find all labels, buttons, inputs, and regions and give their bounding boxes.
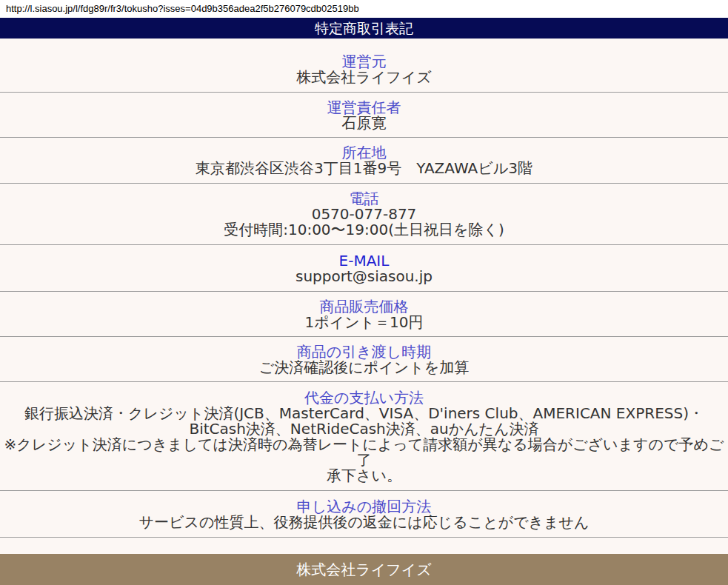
row-value-payment-methods-2: BitCash決済、NetRideCash決済、auかんたん決済 bbox=[3, 421, 725, 437]
empty-row bbox=[0, 538, 728, 554]
table-row: 商品販売価格 1ポイント＝10円 bbox=[0, 292, 728, 337]
row-value: 1ポイント＝10円 bbox=[3, 315, 725, 330]
row-value: サービスの性質上、役務提供後の返金には応じることができません bbox=[3, 515, 725, 530]
table-row: 電話 0570-077-877 受付時間:10:00〜19:00(土日祝日を除く… bbox=[0, 184, 728, 245]
row-value: 株式会社ライフイズ bbox=[3, 70, 725, 85]
row-value-phone-number: 0570-077-877 bbox=[3, 207, 725, 222]
row-value-email-address: support@siasou.jp bbox=[3, 269, 725, 284]
table-row: 代金の支払い方法 銀行振込決済・クレジット決済(JCB、MasterCard、V… bbox=[0, 382, 728, 491]
page-url: http://l.siasou.jp/l/fdg89r/fr3/tokusho?… bbox=[0, 0, 728, 18]
row-value-payment-methods-1: 銀行振込決済・クレジット決済(JCB、MasterCard、VISA、D'ine… bbox=[3, 406, 725, 421]
row-label-payment: 代金の支払い方法 bbox=[3, 390, 725, 406]
table-row: 商品の引き渡し時期 ご決済確認後にポイントを加算 bbox=[0, 337, 728, 382]
row-value-payment-note-2: 承下さい。 bbox=[3, 468, 725, 484]
row-value: ご決済確認後にポイントを加算 bbox=[3, 360, 725, 375]
table-row: 申し込みの撤回方法 サービスの性質上、役務提供後の返金には応じることができません bbox=[0, 491, 728, 538]
footer-company-name: 株式会社ライフイズ bbox=[296, 561, 431, 578]
page-title: 特定商取引表記 bbox=[0, 18, 728, 39]
row-label-price: 商品販売価格 bbox=[3, 299, 725, 315]
row-label-address: 所在地 bbox=[3, 145, 725, 161]
row-label-cancellation: 申し込みの撤回方法 bbox=[3, 499, 725, 515]
table-row: 所在地 東京都渋谷区渋谷3丁目1番9号 YAZAWAビル3階 bbox=[0, 138, 728, 184]
table-row: 運営責任者 石原寛 bbox=[0, 93, 728, 138]
table-row: E-MAIL support@siasou.jp bbox=[0, 245, 728, 292]
row-label-email: E-MAIL bbox=[3, 253, 725, 269]
row-label-delivery: 商品の引き渡し時期 bbox=[3, 344, 725, 360]
row-value-phone-hours: 受付時間:10:00〜19:00(土日祝日を除く) bbox=[3, 222, 725, 238]
row-label-phone: 電話 bbox=[3, 191, 725, 207]
row-value-payment-note-1: ※クレジット決済につきましては決済時の為替レートによって請求額が異なる場合がござ… bbox=[3, 437, 725, 468]
row-label-operator: 運営元 bbox=[3, 54, 725, 70]
row-value: 東京都渋谷区渋谷3丁目1番9号 YAZAWAビル3階 bbox=[3, 161, 725, 176]
row-value: 石原寛 bbox=[3, 116, 725, 131]
row-label-manager: 運営責任者 bbox=[3, 100, 725, 116]
footer-bar: 株式会社ライフイズ bbox=[0, 554, 728, 585]
table-row: 運営元 株式会社ライフイズ bbox=[0, 39, 728, 93]
